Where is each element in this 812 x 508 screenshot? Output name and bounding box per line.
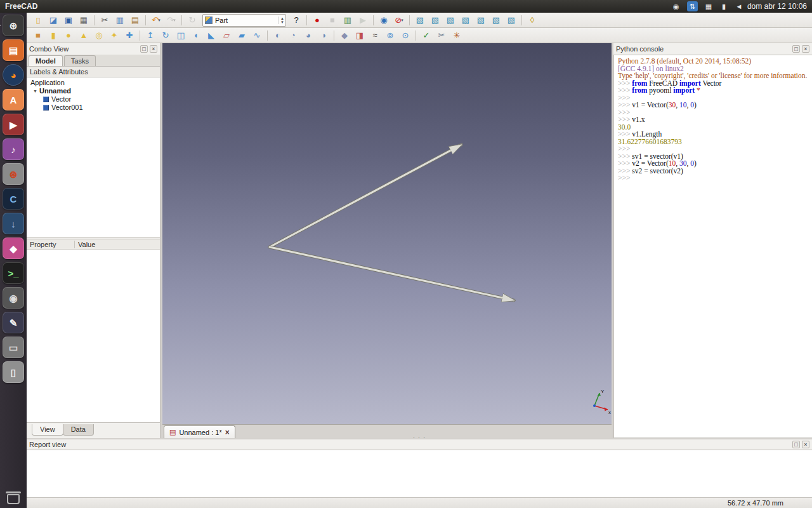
- expander-icon[interactable]: ▼: [33, 87, 37, 95]
- text-entry-icon[interactable]: ⇅: [687, 1, 698, 11]
- dock-screenshot-tool[interactable]: ◉: [3, 287, 24, 309]
- whats-this-icon[interactable]: ?: [289, 13, 304, 27]
- part-check-geometry-icon[interactable]: ✓: [419, 29, 434, 43]
- part-cross-sections-icon[interactable]: ≈: [367, 29, 383, 43]
- tree-item-application[interactable]: Application: [27, 79, 160, 87]
- part-common-icon[interactable]: ◑: [316, 29, 331, 43]
- draw-style-icon[interactable]: ⊘▾: [391, 13, 407, 27]
- part-extrude-icon[interactable]: ↥: [143, 29, 158, 43]
- part-shapebuilder-icon[interactable]: ✚: [122, 29, 137, 43]
- dock-update-manager[interactable]: ↓: [3, 213, 24, 234]
- tab-tasks[interactable]: Tasks: [64, 55, 96, 66]
- view-top-icon[interactable]: ▧: [443, 13, 458, 27]
- value-column-header[interactable]: Value: [75, 241, 95, 248]
- part-union-icon: ◕: [306, 31, 311, 39]
- python-console-title: Python console: [616, 45, 790, 53]
- volume-icon[interactable]: ◄: [735, 1, 743, 11]
- part-sphere-icon[interactable]: ●: [61, 29, 76, 43]
- copy-icon[interactable]: ▥: [112, 13, 128, 27]
- dock-files[interactable]: ▤: [3, 39, 24, 61]
- part-cylinder-icon[interactable]: ▮: [46, 29, 61, 43]
- tree-item-vector[interactable]: Vector: [27, 95, 160, 104]
- part-union-icon[interactable]: ◕: [301, 29, 316, 43]
- part-section-icon[interactable]: ◨: [352, 29, 367, 43]
- part-sweep-icon[interactable]: ∿: [249, 29, 265, 43]
- part-thickness-icon[interactable]: ⊙: [398, 29, 413, 43]
- part-cut-icon[interactable]: ◔: [285, 29, 301, 43]
- print-icon[interactable]: ▦: [76, 13, 91, 27]
- dock-firefox[interactable]: ◕: [3, 64, 24, 86]
- battery-icon[interactable]: ▮: [719, 1, 728, 11]
- dock-software-center[interactable]: A: [3, 89, 24, 110]
- measure-distance-icon[interactable]: ◊: [525, 13, 540, 27]
- dock-music-app[interactable]: ♪: [3, 138, 24, 160]
- tree-item-vector001[interactable]: Vector001: [27, 104, 160, 112]
- dock-freecad[interactable]: ⊛: [3, 15, 24, 36]
- python-console-output[interactable]: Python 2.7.8 (default, Oct 20 2014, 15:0…: [613, 55, 812, 438]
- property-table-body[interactable]: [27, 250, 160, 423]
- part-compound-icon[interactable]: ◆: [337, 29, 352, 43]
- part-box-icon[interactable]: ■: [30, 29, 46, 43]
- open-document-icon[interactable]: ◪: [46, 13, 61, 27]
- close-panel-button[interactable]: ×: [802, 441, 809, 448]
- part-defeaturing-icon[interactable]: ✂: [434, 29, 449, 43]
- screen-recorder-icon[interactable]: ◉: [672, 1, 681, 11]
- part-torus-icon[interactable]: ◎: [91, 29, 107, 43]
- part-chamfer-icon[interactable]: ◣: [204, 29, 219, 43]
- part-revolve-icon[interactable]: ↻: [158, 29, 173, 43]
- undock-panel-button[interactable]: □: [140, 45, 148, 53]
- keyboard-indicator-icon[interactable]: ▦: [704, 1, 713, 11]
- close-panel-button[interactable]: ×: [150, 45, 157, 53]
- close-panel-button[interactable]: ×: [802, 45, 809, 53]
- trash-icon[interactable]: [7, 494, 20, 504]
- dock-media-player[interactable]: ▶: [3, 114, 24, 135]
- new-document-icon[interactable]: ▯: [30, 13, 46, 27]
- 3d-viewport[interactable]: Y x: [162, 43, 612, 424]
- macro-record-icon[interactable]: ●: [310, 13, 325, 27]
- part-thickness-icon: ⊙: [402, 31, 409, 39]
- tree-item-document[interactable]: ▼ Unnamed: [27, 87, 160, 95]
- viewport-tab-unnamed[interactable]: ▤ Unnamed : 1* ×: [164, 425, 235, 438]
- tab-model[interactable]: Model: [29, 55, 63, 66]
- dock-terminal[interactable]: >_: [3, 262, 24, 284]
- workbench-selector[interactable]: Part ▲▼: [202, 14, 286, 27]
- undock-panel-button[interactable]: □: [792, 441, 800, 448]
- save-document-icon[interactable]: ▣: [61, 13, 76, 27]
- view-bottom-icon[interactable]: ▧: [488, 13, 504, 27]
- part-defeaturing-icon: ✂: [438, 31, 445, 39]
- part-ruled-surface-icon[interactable]: ▱: [219, 29, 234, 43]
- close-tab-icon[interactable]: ×: [225, 428, 230, 437]
- tab-data[interactable]: Data: [63, 424, 94, 436]
- view-left-icon[interactable]: ▧: [504, 13, 519, 27]
- dock-device-1[interactable]: ▭: [3, 337, 24, 358]
- undo-icon[interactable]: ↶▾: [148, 13, 164, 27]
- part-loft-icon[interactable]: ▰: [234, 29, 249, 43]
- paste-icon[interactable]: ▤: [128, 13, 143, 27]
- part-mirror-icon[interactable]: ◫: [173, 29, 188, 43]
- macro-dialog-icon[interactable]: ▥: [340, 13, 355, 27]
- tab-view[interactable]: View: [32, 424, 63, 436]
- dock-graphics-app[interactable]: ◆: [3, 237, 24, 259]
- dock-draw-tool[interactable]: ✎: [3, 312, 24, 333]
- part-primitives-icon[interactable]: ✦: [107, 29, 122, 43]
- undock-panel-button[interactable]: □: [792, 45, 800, 53]
- workbench-spinner-icon[interactable]: ▲▼: [278, 17, 284, 24]
- cut-icon[interactable]: ✂: [97, 13, 112, 27]
- view-front-icon[interactable]: ▧: [428, 13, 443, 27]
- part-refine-shape-icon[interactable]: ✳: [449, 29, 464, 43]
- dock-browser[interactable]: C: [3, 188, 24, 210]
- dock-device-2[interactable]: ▯: [3, 361, 24, 383]
- report-view-output[interactable]: [27, 450, 812, 497]
- view-right-icon[interactable]: ▧: [458, 13, 473, 27]
- part-boolean-icon[interactable]: ◐: [270, 29, 285, 43]
- zoom-fit-all-icon[interactable]: ◉: [376, 13, 391, 27]
- view-axonometric-icon[interactable]: ▧: [412, 13, 428, 27]
- part-offset-icon[interactable]: ⊚: [383, 29, 398, 43]
- property-column-header[interactable]: Property: [27, 241, 75, 248]
- view-rear-icon[interactable]: ▧: [473, 13, 488, 27]
- part-fillet-icon[interactable]: ◖: [188, 29, 204, 43]
- part-cone-icon[interactable]: ▲: [76, 29, 91, 43]
- clock[interactable]: dom abr 12 10:06: [747, 2, 807, 11]
- axis-x-label: x: [608, 410, 611, 414]
- dock-system-settings[interactable]: ⊛: [3, 163, 24, 185]
